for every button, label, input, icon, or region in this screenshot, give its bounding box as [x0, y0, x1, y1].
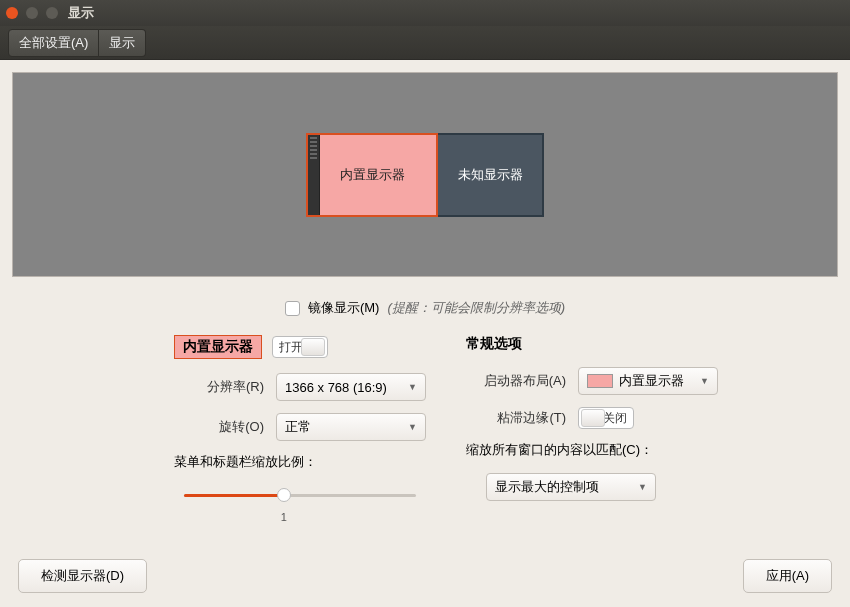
- all-settings-button[interactable]: 全部设置(A): [8, 29, 99, 57]
- resolution-label: 分辨率(R): [174, 378, 264, 396]
- window-buttons: [6, 7, 58, 19]
- general-column: 常规选项 启动器布局(A) 内置显示器 ▼ 粘滞边缘(T) 关闭: [466, 335, 718, 523]
- toolbar: 全部设置(A) 显示: [0, 26, 850, 60]
- scale-all-label: 缩放所有窗口的内容以匹配(C)：: [466, 441, 718, 459]
- window-title: 显示: [68, 4, 94, 22]
- scale-center-tick: 1: [281, 511, 287, 523]
- chevron-down-icon: ▼: [408, 422, 417, 432]
- rotation-label: 旋转(O): [174, 418, 264, 436]
- close-icon[interactable]: [6, 7, 18, 19]
- titlebar: 显示: [0, 0, 850, 26]
- detect-displays-button[interactable]: 检测显示器(D): [18, 559, 147, 593]
- scale-all-dropdown[interactable]: 显示最大的控制项 ▼: [486, 473, 656, 501]
- rotation-value: 正常: [285, 418, 311, 436]
- display-name-tag: 内置显示器: [174, 335, 262, 359]
- mirror-note: (提醒：可能会限制分辨率选项): [387, 299, 565, 317]
- switch-knob: [301, 338, 325, 356]
- mirror-label: 镜像显示(M): [308, 299, 380, 317]
- launcher-strip-icon: [308, 135, 320, 215]
- slider-ticks: 1: [184, 511, 416, 523]
- chevron-down-icon: ▼: [700, 376, 709, 386]
- display-color-swatch-icon: [587, 374, 613, 388]
- launcher-value: 内置显示器: [619, 372, 684, 390]
- resolution-dropdown[interactable]: 1366 x 768 (16:9) ▼: [276, 373, 426, 401]
- switch-label: 打开: [279, 339, 303, 356]
- mirror-row: 镜像显示(M) (提醒：可能会限制分辨率选项): [14, 299, 836, 317]
- sticky-edges-label: 粘滞边缘(T): [466, 409, 566, 427]
- slider-thumb[interactable]: [277, 488, 291, 502]
- bottom-bar: 检测显示器(D) 应用(A): [0, 547, 850, 607]
- scale-all-value: 显示最大的控制项: [495, 478, 599, 496]
- scale-slider[interactable]: [184, 485, 416, 505]
- display-preview: 内置显示器 未知显示器: [12, 72, 838, 277]
- minimize-icon[interactable]: [26, 7, 38, 19]
- monitor-primary[interactable]: 内置显示器: [306, 133, 438, 217]
- launcher-layout-label: 启动器布局(A): [466, 372, 566, 390]
- displays-breadcrumb[interactable]: 显示: [99, 29, 146, 57]
- chevron-down-icon: ▼: [638, 482, 647, 492]
- scale-label: 菜单和标题栏缩放比例：: [174, 453, 426, 471]
- chevron-down-icon: ▼: [408, 382, 417, 392]
- monitor-secondary[interactable]: 未知显示器: [438, 133, 544, 217]
- mirror-checkbox[interactable]: [285, 301, 300, 316]
- scale-slider-wrap: 1: [174, 485, 426, 523]
- display-power-switch[interactable]: 打开: [272, 336, 328, 358]
- launcher-layout-dropdown[interactable]: 内置显示器 ▼: [578, 367, 718, 395]
- switch-knob: [581, 409, 605, 427]
- apply-button[interactable]: 应用(A): [743, 559, 832, 593]
- slider-fill: [184, 494, 284, 497]
- maximize-icon[interactable]: [46, 7, 58, 19]
- content: 镜像显示(M) (提醒：可能会限制分辨率选项) 内置显示器 打开 分辨率(R) …: [0, 289, 850, 537]
- resolution-value: 1366 x 768 (16:9): [285, 380, 387, 395]
- monitor-primary-label: 内置显示器: [340, 166, 405, 184]
- general-section-title: 常规选项: [466, 335, 522, 353]
- sticky-edges-switch[interactable]: 关闭: [578, 407, 634, 429]
- rotation-dropdown[interactable]: 正常 ▼: [276, 413, 426, 441]
- monitor-secondary-label: 未知显示器: [458, 166, 523, 184]
- monitors-group: 内置显示器 未知显示器: [306, 133, 544, 217]
- switch-label: 关闭: [603, 410, 627, 427]
- display-column: 内置显示器 打开 分辨率(R) 1366 x 768 (16:9) ▼ 旋转(O…: [174, 335, 426, 523]
